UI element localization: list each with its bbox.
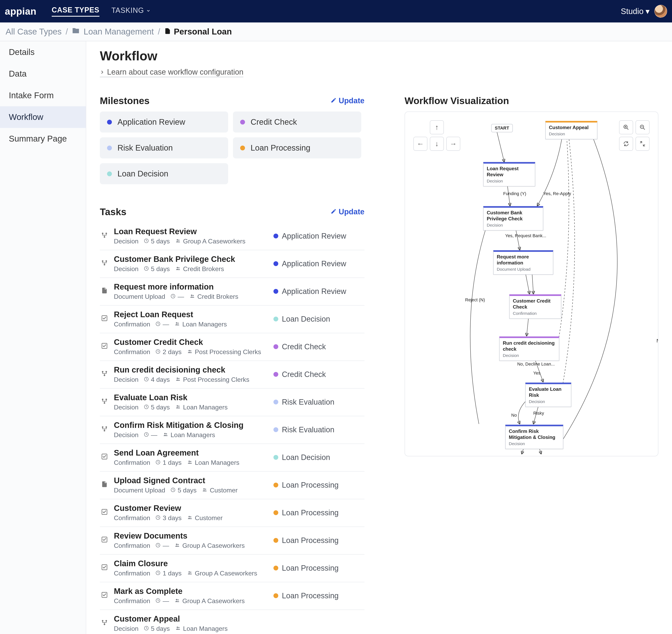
- svg-point-1: [105, 233, 107, 234]
- task-title: Customer Bank Privilege Check: [114, 255, 269, 264]
- task-row[interactable]: Mark as CompleteConfirmation—Group A Cas…: [100, 582, 364, 610]
- svg-point-43: [188, 461, 190, 462]
- studio-dropdown[interactable]: Studio ▾: [621, 7, 650, 16]
- milestone-pill[interactable]: Loan Decision: [100, 163, 228, 184]
- task-row[interactable]: Customer ReviewConfirmation3 daysCustome…: [100, 499, 364, 527]
- flow-node[interactable]: Customer Bank Privilege CheckDecision: [483, 206, 543, 231]
- task-row[interactable]: Upload Signed ContractDocument Upload5 d…: [100, 472, 364, 499]
- clock-icon: [144, 238, 149, 245]
- learn-more-link[interactable]: Learn about case workflow configuration: [100, 68, 243, 77]
- milestone-pill[interactable]: Credit Check: [233, 112, 361, 133]
- task-type: Confirmation: [114, 570, 150, 577]
- task-milestone-label: Application Review: [282, 287, 346, 296]
- breadcrumb-folder[interactable]: Loan Management: [83, 27, 154, 37]
- svg-point-40: [166, 433, 167, 435]
- milestone-color-dot: [107, 120, 112, 124]
- task-row[interactable]: Customer Credit CheckConfirmation2 daysP…: [100, 333, 364, 361]
- milestones-grid: Application ReviewCredit CheckRisk Evalu…: [100, 112, 364, 184]
- task-row[interactable]: Confirm Risk Mitigation & ClosingDecisio…: [100, 416, 364, 444]
- milestone-dot-icon: [273, 316, 278, 322]
- flow-edge-label: Yes: [533, 371, 541, 376]
- task-type: Confirmation: [114, 514, 150, 522]
- flow-start-node[interactable]: START: [491, 124, 513, 132]
- task-meta: Confirmation2 daysPost Processing Clerks: [114, 348, 269, 356]
- milestone-dot-icon: [273, 593, 278, 598]
- milestone-dot-icon: [273, 400, 278, 404]
- task-milestone-label: Loan Processing: [282, 536, 339, 545]
- milestone-pill[interactable]: Application Review: [100, 112, 228, 133]
- task-row[interactable]: Reject Loan RequestConfirmation—Loan Man…: [100, 306, 364, 333]
- svg-point-24: [105, 371, 107, 373]
- task-row[interactable]: Send Loan AgreementConfirmation1 daysLoa…: [100, 444, 364, 472]
- flow-node[interactable]: Customer AppealDecision: [545, 121, 597, 139]
- clock-icon: [155, 597, 161, 605]
- flow-edge-label: No: [511, 413, 517, 418]
- flow-node-type: Confirmation: [513, 311, 558, 316]
- sidebar-item-details[interactable]: Details: [0, 41, 86, 63]
- flow-node[interactable]: Loan Request ReviewDecision: [483, 162, 535, 186]
- task-row[interactable]: Run credit decisioning checkDecision4 da…: [100, 361, 364, 389]
- milestone-pill[interactable]: Loan Processing: [233, 137, 361, 158]
- clock-icon: [144, 625, 149, 632]
- milestone-color-dot: [240, 146, 245, 150]
- task-milestone: Loan Decision: [273, 315, 364, 323]
- task-row[interactable]: Claim ClosureConfirmation1 daysGroup A C…: [100, 555, 364, 582]
- flow-node-type: Decision: [529, 399, 568, 404]
- page-title: Workflow: [100, 49, 658, 63]
- sidebar-item-summary-page[interactable]: Summary Page: [0, 128, 86, 149]
- flow-node-title: Request more information: [497, 254, 550, 266]
- task-meta: Decision5 daysLoan Managers: [114, 404, 269, 411]
- flow-node[interactable]: Request more informationDocument Upload: [493, 250, 553, 275]
- task-row[interactable]: Customer Bank Privilege CheckDecision5 d…: [100, 250, 364, 278]
- sidebar-item-data[interactable]: Data: [0, 63, 86, 85]
- group-icon: [189, 293, 195, 300]
- task-duration: 3 days: [155, 514, 182, 522]
- svg-point-4: [177, 239, 178, 241]
- task-meta: Decision5 daysLoan Managers: [114, 625, 269, 632]
- task-milestone-label: Loan Processing: [282, 509, 339, 517]
- flow-node[interactable]: Evaluate Loan RiskDecision: [525, 382, 571, 407]
- group-icon: [175, 265, 181, 273]
- workflow-canvas[interactable]: START Customer AppealDecisionLoan Reques…: [405, 112, 658, 456]
- flow-node[interactable]: Confirm Risk Mitigation & ClosingDecisio…: [505, 425, 563, 449]
- caret-down-icon: ▾: [646, 7, 650, 16]
- task-row[interactable]: Review DocumentsConfirmation—Group A Cas…: [100, 527, 364, 555]
- task-row[interactable]: Customer AppealDecision5 daysLoan Manage…: [100, 610, 364, 634]
- tasks-update-link[interactable]: Update: [331, 208, 364, 216]
- sidebar-item-workflow[interactable]: Workflow: [0, 106, 86, 128]
- task-duration: 5 days: [144, 238, 170, 245]
- milestone-dot-icon: [273, 510, 278, 515]
- task-group: Group A Caseworkers: [174, 542, 245, 549]
- svg-point-27: [177, 378, 178, 379]
- workflow-icon: [100, 232, 109, 240]
- tasks-heading: Tasks: [100, 206, 126, 217]
- flow-node-type: Decision: [487, 222, 540, 228]
- nav-tasking[interactable]: TASKING: [112, 6, 150, 16]
- task-row[interactable]: Evaluate Loan RiskDecision5 daysLoan Man…: [100, 389, 364, 416]
- svg-point-25: [104, 375, 105, 376]
- milestone-color-dot: [107, 146, 112, 150]
- tasks-update-label: Update: [339, 208, 364, 216]
- task-type: Decision: [114, 625, 139, 632]
- milestone-pill[interactable]: Risk Evaluation: [100, 137, 228, 158]
- flow-node[interactable]: Customer Credit CheckConfirmation: [509, 294, 561, 319]
- flow-node[interactable]: Run credit decisioning checkDecision: [499, 336, 559, 361]
- flow-node-title: Customer Appeal: [549, 124, 594, 131]
- task-row[interactable]: Request more informationDocument Upload—…: [100, 278, 364, 306]
- svg-point-66: [104, 624, 105, 625]
- flow-edge-label: Funding (Y): [503, 191, 526, 196]
- svg-point-39: [164, 433, 166, 434]
- document-icon: [100, 481, 109, 489]
- breadcrumb-root[interactable]: All Case Types: [6, 27, 62, 37]
- clock-icon: [144, 431, 149, 439]
- task-row[interactable]: Loan Request ReviewDecision5 daysGroup A…: [100, 222, 364, 250]
- milestones-update-link[interactable]: Update: [331, 96, 364, 105]
- avatar[interactable]: [654, 5, 667, 18]
- svg-point-11: [178, 267, 179, 268]
- breadcrumb-sep: /: [66, 27, 68, 37]
- svg-point-47: [205, 489, 206, 490]
- task-group: Post Processing Clerks: [187, 348, 261, 356]
- nav-case-types[interactable]: CASE TYPES: [52, 6, 99, 17]
- sidebar-item-intake-form[interactable]: Intake Form: [0, 85, 86, 106]
- task-duration: 5 days: [144, 404, 170, 411]
